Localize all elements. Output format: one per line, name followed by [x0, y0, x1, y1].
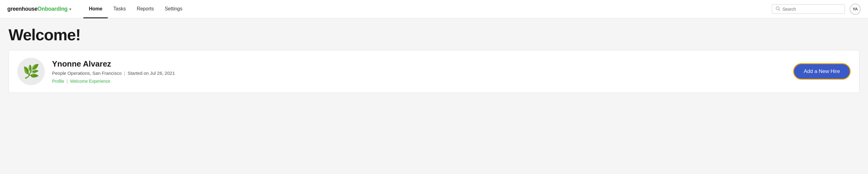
brand: greenhouseOnboarding ▾ — [7, 6, 71, 12]
card-actions: Add a New Hire — [793, 63, 851, 80]
welcome-experience-link[interactable]: Welcome Experience — [70, 79, 110, 84]
meta-separator: | — [124, 71, 125, 76]
nav-item-home[interactable]: Home — [83, 0, 108, 18]
add-new-hire-button[interactable]: Add a New Hire — [793, 63, 851, 80]
employee-links: Profile | Welcome Experience — [52, 79, 786, 84]
nav-links: Home Tasks Reports Settings — [83, 0, 188, 18]
employee-meta: People Operations, San Francisco | Start… — [52, 71, 786, 76]
search-input[interactable] — [782, 7, 841, 11]
brand-onboarding-text: Onboarding — [37, 6, 68, 12]
employee-info: Ynonne Alvarez People Operations, San Fr… — [52, 59, 786, 84]
nav-item-tasks[interactable]: Tasks — [108, 0, 131, 18]
link-separator: | — [67, 79, 68, 84]
main-content: Welcome! 🌿 Ynonne Alvarez People Operati… — [0, 18, 868, 100]
svg-line-1 — [779, 9, 780, 11]
search-box — [772, 4, 845, 14]
employee-name: Ynonne Alvarez — [52, 59, 786, 69]
user-avatar[interactable]: YA — [850, 4, 861, 15]
search-icon — [776, 6, 780, 11]
plant-icon: 🌿 — [23, 65, 39, 78]
employee-department: People Operations, San Francisco — [52, 71, 121, 76]
profile-link[interactable]: Profile — [52, 79, 64, 84]
navbar: greenhouseOnboarding ▾ Home Tasks Report… — [0, 0, 868, 18]
brand-greenhouse-text: greenhouse — [7, 6, 37, 12]
chevron-down-icon[interactable]: ▾ — [69, 7, 71, 11]
navbar-right: YA — [772, 4, 861, 15]
employee-card: 🌿 Ynonne Alvarez People Operations, San … — [8, 50, 860, 93]
nav-item-settings[interactable]: Settings — [159, 0, 188, 18]
nav-item-reports[interactable]: Reports — [131, 0, 159, 18]
welcome-heading: Welcome! — [8, 26, 860, 44]
employee-start-date: Started on Jul 26, 2021 — [127, 71, 175, 76]
avatar: 🌿 — [17, 58, 45, 85]
